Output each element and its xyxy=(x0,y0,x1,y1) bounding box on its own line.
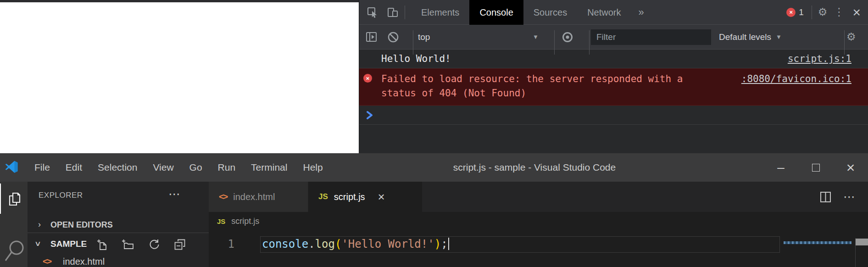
log-levels-dropdown[interactable]: Default levels ▼ xyxy=(719,25,782,49)
browser-viewport xyxy=(0,0,359,153)
menu-selection[interactable]: Selection xyxy=(90,153,145,182)
console-settings-icon[interactable]: ⚙ xyxy=(846,25,856,49)
prompt-chevron-icon xyxy=(366,111,373,120)
scrollbar-thumb[interactable] xyxy=(856,239,868,245)
editor-tab-script-js[interactable]: JS script.js × xyxy=(308,182,422,212)
tab-sources[interactable]: Sources xyxy=(523,0,577,25)
error-message-text: Failed to load resource: the server resp… xyxy=(381,72,698,100)
explorer-actions xyxy=(97,239,185,250)
log-levels-label: Default levels xyxy=(719,32,771,42)
breadcrumb[interactable]: JS script.js xyxy=(209,212,868,230)
devtools-settings-icon[interactable]: ⚙ xyxy=(818,6,828,18)
devtools-panel: Elements Console Sources Network » × 1 ⚙… xyxy=(359,0,868,153)
menu-run[interactable]: Run xyxy=(210,153,244,182)
chevron-down-icon: ∨ xyxy=(34,239,41,248)
search-activity-button[interactable] xyxy=(5,240,25,267)
token-log: log xyxy=(315,238,335,250)
js-file-icon: JS xyxy=(217,217,225,225)
screenshot-root: Elements Console Sources Network » × 1 ⚙… xyxy=(0,0,868,267)
editor-more-actions-icon[interactable]: ⋯ xyxy=(843,190,856,204)
text-cursor xyxy=(448,238,449,250)
explorer-activity-button[interactable] xyxy=(0,184,28,214)
console-messages: Hello World! script.js:1 × Failed to loa… xyxy=(359,50,868,153)
log-source-link[interactable]: script.js:1 xyxy=(788,50,851,68)
tab-network[interactable]: Network xyxy=(577,0,631,25)
html-file-icon: <> xyxy=(43,256,51,267)
html-file-icon: <> xyxy=(219,192,227,202)
open-editors-section[interactable]: › OPEN EDITORS xyxy=(28,218,209,233)
vscode-title-bar: File Edit Selection View Go Run Terminal… xyxy=(0,153,868,182)
js-file-icon: JS xyxy=(318,192,328,201)
maximize-button[interactable] xyxy=(798,153,833,182)
collapse-all-icon[interactable] xyxy=(174,239,185,250)
error-count[interactable]: 1 xyxy=(799,7,804,17)
tab-console[interactable]: Console xyxy=(469,0,523,25)
explorer-title: EXPLORER xyxy=(39,191,83,200)
menu-edit[interactable]: Edit xyxy=(58,153,90,182)
context-selector[interactable]: top xyxy=(418,25,430,49)
log-message-text: Hello World! xyxy=(381,50,451,68)
close-tab-icon[interactable]: × xyxy=(378,190,385,204)
chevron-right-icon: › xyxy=(38,220,41,229)
split-editor-icon[interactable] xyxy=(820,191,831,203)
devtools-menu-icon[interactable]: ⋮ xyxy=(834,6,844,18)
token-open-paren: ( xyxy=(335,238,341,250)
token-dot: . xyxy=(308,238,315,250)
clear-console-icon[interactable] xyxy=(387,25,400,49)
console-sidebar-icon[interactable] xyxy=(365,25,378,49)
activity-bar xyxy=(0,182,28,267)
devtools-tab-bar: Elements Console Sources Network » × 1 ⚙… xyxy=(359,0,868,25)
minimize-button[interactable]: – xyxy=(763,153,798,182)
vscode-logo-icon xyxy=(5,161,18,174)
console-filter-input[interactable] xyxy=(591,29,711,45)
folder-section-sample[interactable]: ∨ SAMPLE xyxy=(28,237,209,253)
refresh-icon[interactable] xyxy=(149,239,160,250)
close-window-button[interactable]: × xyxy=(833,153,868,182)
line-number: 1 xyxy=(209,236,234,252)
tab-label: script.js xyxy=(334,192,365,202)
levels-caret-icon: ▼ xyxy=(776,33,782,40)
menu-go[interactable]: Go xyxy=(182,153,210,182)
minimap[interactable] xyxy=(784,241,851,244)
menu-terminal[interactable]: Terminal xyxy=(243,153,295,182)
more-tabs-icon[interactable]: » xyxy=(639,6,644,18)
new-file-icon[interactable] xyxy=(97,239,107,250)
window-controls: – × xyxy=(763,153,868,182)
sidebar-header: EXPLORER ⋯ xyxy=(28,189,209,203)
context-caret-icon[interactable]: ▼ xyxy=(533,25,539,49)
console-toolbar: top ▼ Default levels ▼ ⚙ xyxy=(359,25,868,50)
console-prompt[interactable] xyxy=(359,106,868,125)
divider xyxy=(405,6,405,19)
file-name-label: index.html xyxy=(63,256,105,267)
vscode-window: File Edit Selection View Go Run Terminal… xyxy=(0,153,868,267)
error-badge-icon[interactable]: × xyxy=(786,8,796,17)
maximize-icon xyxy=(812,164,820,172)
token-close-paren: ) xyxy=(434,238,441,250)
menu-view[interactable]: View xyxy=(145,153,181,182)
new-folder-icon[interactable] xyxy=(122,239,134,250)
tab-elements[interactable]: Elements xyxy=(411,0,469,25)
menu-file[interactable]: File xyxy=(27,153,58,182)
file-item-index-html[interactable]: <> index.html xyxy=(28,255,209,267)
device-toolbar-icon[interactable] xyxy=(387,6,399,18)
inspect-element-icon[interactable] xyxy=(367,6,378,18)
search-icon xyxy=(5,240,25,267)
editor-tab-bar: <> index.html JS script.js × ⋯ xyxy=(209,182,868,212)
divider xyxy=(812,6,812,19)
menu-help[interactable]: Help xyxy=(295,153,330,182)
editor-tab-index-html[interactable]: <> index.html xyxy=(209,182,308,212)
code-editor[interactable]: 1 console.log('Hello World!'); xyxy=(209,230,868,267)
devtools-close-icon[interactable]: × xyxy=(852,5,861,20)
token-console: console xyxy=(262,238,308,250)
open-editors-label: OPEN EDITORS xyxy=(50,220,113,230)
token-semicolon: ; xyxy=(441,238,447,250)
menu-bar: File Edit Selection View Go Run Terminal… xyxy=(27,153,331,182)
error-source-link[interactable]: :8080/favicon.ico:1 xyxy=(741,72,851,86)
explorer-more-actions-icon[interactable]: ⋯ xyxy=(168,187,181,201)
live-expression-eye-icon[interactable] xyxy=(561,25,574,49)
folder-name-label: SAMPLE xyxy=(50,239,87,249)
editor-group: <> index.html JS script.js × ⋯ JS xyxy=(209,182,868,267)
breadcrumb-file-label: script.js xyxy=(231,217,259,226)
console-log-row: Hello World! script.js:1 xyxy=(359,50,868,68)
code-line[interactable]: console.log('Hello World!'); xyxy=(262,236,449,253)
